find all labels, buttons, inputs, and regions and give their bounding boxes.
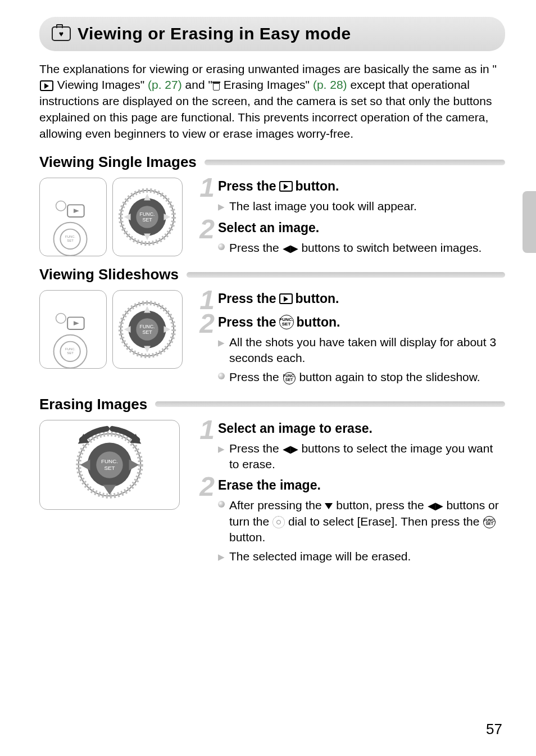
svg-text:FUNC.: FUNC. bbox=[139, 324, 155, 329]
step-bullet: After pressing the button, press the ▶▶ … bbox=[229, 497, 505, 545]
svg-marker-33 bbox=[164, 326, 171, 333]
step-text: Press the bbox=[218, 290, 276, 307]
bullet-icon bbox=[218, 373, 225, 379]
section-title-erasing: Erasing Images bbox=[39, 395, 155, 414]
step-number-1: 1 bbox=[196, 418, 215, 442]
bullet-text: buttons to switch between images. bbox=[301, 241, 482, 254]
step-title-press-playback: Press the button. bbox=[218, 290, 505, 307]
heading-rule bbox=[155, 401, 505, 407]
intro-text-2: and " bbox=[182, 78, 212, 91]
svg-marker-15 bbox=[124, 214, 131, 221]
step-bullet: Press the FUNC.SET button again to stop … bbox=[229, 369, 480, 385]
bullet-text: button. bbox=[229, 531, 265, 544]
bullet-text: Press the bbox=[229, 442, 283, 455]
step-text: Press the bbox=[218, 314, 276, 331]
svg-marker-32 bbox=[124, 326, 131, 333]
bullet-text: Press the bbox=[229, 370, 283, 383]
trash-icon bbox=[212, 82, 220, 90]
svg-marker-16 bbox=[164, 214, 171, 221]
svg-text:SET: SET bbox=[104, 465, 115, 471]
intro-erasing: Erasing Images" bbox=[220, 78, 313, 91]
step-text: button. bbox=[296, 290, 339, 307]
bullet-icon bbox=[218, 501, 225, 508]
step-number-1: 1 bbox=[196, 175, 215, 200]
svg-marker-14 bbox=[144, 234, 151, 241]
svg-text:FUNC.: FUNC. bbox=[65, 236, 75, 239]
diagram-camera-back: FUNC. SET bbox=[39, 290, 107, 369]
svg-marker-43 bbox=[129, 459, 139, 470]
bullet-text: Press the bbox=[229, 241, 283, 254]
func-set-icon: FUNC.SET bbox=[279, 315, 294, 329]
intro-text-1: The explanations for viewing or erasing … bbox=[39, 62, 497, 75]
playback-icon bbox=[279, 293, 293, 304]
bullet-icon bbox=[218, 243, 225, 250]
diagram-camera-back: FUNC. SET bbox=[39, 178, 107, 256]
step-text: button. bbox=[297, 314, 340, 331]
easy-mode-icon: ♥ bbox=[52, 26, 71, 41]
step-title-press-func: Press the FUNC.SET button. bbox=[218, 314, 505, 331]
bullet-text: dial to select [Erase]. Then press the bbox=[288, 515, 483, 528]
xref-p27[interactable]: (p. 27) bbox=[148, 78, 182, 91]
bullet-text: After pressing the bbox=[229, 499, 325, 511]
result-arrow-icon: ▶ bbox=[218, 201, 225, 212]
diagram-control-dial-rotate: FUNC. SET bbox=[39, 420, 180, 510]
step-title-select-erase: Select an image to erase. bbox=[218, 420, 505, 437]
step-result: The last image you took will appear. bbox=[229, 198, 417, 214]
svg-point-19 bbox=[56, 314, 66, 324]
intro-viewing: Viewing Images" bbox=[54, 78, 148, 91]
svg-text:SET: SET bbox=[67, 239, 74, 243]
step-title-press-playback: Press the button. bbox=[218, 178, 505, 195]
heading-rule bbox=[187, 272, 505, 278]
step-number-2: 2 bbox=[196, 217, 215, 241]
bullet-text: button, press the bbox=[336, 499, 427, 511]
svg-text:SET: SET bbox=[142, 217, 152, 223]
section-heading-erasing: Erasing Images bbox=[39, 395, 505, 414]
step-title-erase-image: Erase the image. bbox=[218, 477, 505, 494]
step-number-2: 2 bbox=[196, 311, 215, 336]
left-right-arrows-icon: ▶▶ bbox=[283, 444, 298, 454]
page-number: 57 bbox=[486, 719, 502, 739]
diagram-control-dial: FUNC. SET bbox=[112, 290, 183, 369]
step-bullet: Press the ▶▶ buttons to switch between i… bbox=[229, 240, 482, 256]
result-arrow-icon: ▶ bbox=[218, 551, 225, 563]
diagram-control-dial: FUNC. SET bbox=[112, 178, 183, 256]
page-title-bar: ♥ Viewing or Erasing in Easy mode bbox=[39, 17, 505, 51]
result-arrow-icon: ▶ bbox=[218, 443, 225, 455]
section-heading-slideshows: Viewing Slideshows bbox=[39, 265, 505, 284]
heading-rule bbox=[205, 160, 505, 165]
section-title-slideshows: Viewing Slideshows bbox=[39, 265, 187, 284]
step-text: Press the bbox=[218, 178, 276, 195]
svg-marker-13 bbox=[144, 194, 151, 201]
result-arrow-icon: ▶ bbox=[218, 337, 225, 348]
svg-point-2 bbox=[56, 201, 66, 211]
svg-text:FUNC.: FUNC. bbox=[139, 211, 155, 217]
left-right-arrows-icon: ▶▶ bbox=[283, 243, 298, 253]
page-title: Viewing or Erasing in Easy mode bbox=[78, 22, 351, 46]
step-text: button. bbox=[296, 178, 339, 195]
svg-text:SET: SET bbox=[67, 352, 74, 355]
svg-text:SET: SET bbox=[142, 329, 152, 335]
func-set-icon: FUNC.SET bbox=[283, 372, 296, 384]
step-bullet: Press the ▶▶ buttons to select the image… bbox=[229, 441, 505, 473]
playback-icon bbox=[279, 181, 293, 192]
svg-marker-31 bbox=[144, 346, 151, 353]
playback-icon bbox=[40, 80, 53, 91]
svg-marker-30 bbox=[144, 306, 151, 313]
svg-text:FUNC.: FUNC. bbox=[101, 458, 118, 464]
xref-p28[interactable]: (p. 28) bbox=[313, 78, 347, 91]
func-set-icon: FUNC.SET bbox=[483, 516, 496, 528]
section-heading-single: Viewing Single Images bbox=[39, 152, 505, 172]
svg-text:FUNC.: FUNC. bbox=[65, 348, 75, 351]
section-side-tab bbox=[523, 191, 536, 253]
svg-marker-18 bbox=[74, 322, 79, 326]
intro-paragraph: The explanations for viewing or erasing … bbox=[39, 61, 505, 143]
step-result: The selected image will be erased. bbox=[229, 549, 411, 564]
step-title-select-image: Select an image. bbox=[218, 219, 505, 237]
step-number-2: 2 bbox=[196, 474, 215, 499]
down-arrow-icon bbox=[325, 503, 333, 509]
control-dial-icon bbox=[272, 516, 285, 528]
bullet-text: button again to stop the slideshow. bbox=[299, 370, 480, 383]
left-right-arrows-icon: ▶▶ bbox=[428, 501, 443, 511]
svg-marker-42 bbox=[80, 459, 90, 470]
step-result: All the shots you have taken will displa… bbox=[229, 334, 505, 366]
